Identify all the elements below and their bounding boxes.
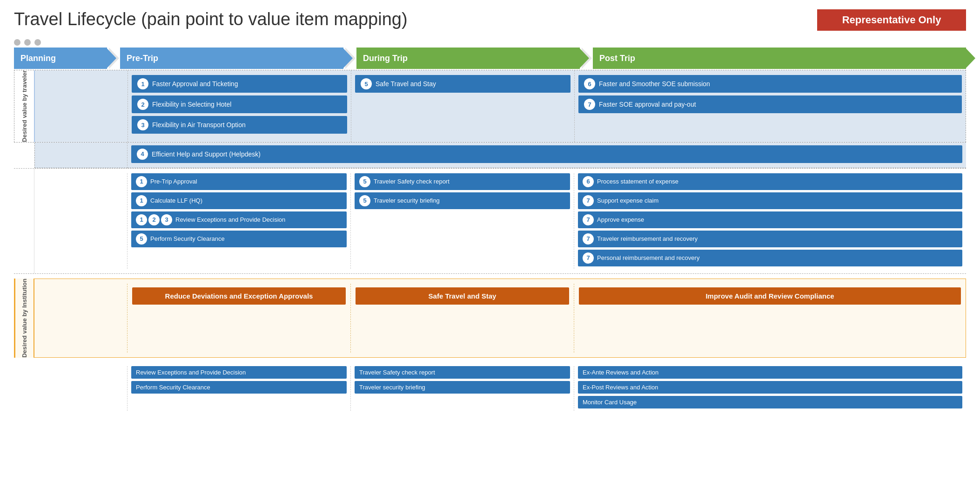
mid-planning-col [34,173,128,269]
traveler-item-1: 1 Faster Approval and Ticketing [132,75,347,93]
inst-planning-col [34,284,128,353]
traveler-label: Desired value by traveler [21,70,28,142]
page-header: Travel Lifecycle (pain point to value it… [14,9,966,31]
bot-during-col: Traveler Safety check report Traveler se… [351,366,574,411]
traveler-label-area: Desired value by traveler [14,70,35,142]
traveler-item-6: 6 Faster and Smoother SOE submission [578,75,962,93]
inst-pretrip-col: Reduce Deviations and Exception Approval… [128,284,351,353]
inst-during-bar: Safe Travel and Stay [356,287,569,305]
bottom-section: Review Exceptions and Provide Decision P… [14,361,966,411]
bot-post-col: Ex-Ante Reviews and Action Ex-Post Revie… [574,366,966,411]
window-dots [14,39,966,46]
mid-during-col: 5 Traveler Safety check report 5 Travele… [351,173,574,269]
traveler-item-3: 3 Flexibility in Air Transport Option [132,116,347,134]
traveler-span-row: 4 Efficient Help and Support (Helpdesk) [34,143,966,168]
bot-pretrip-1: Review Exceptions and Provide Decision [131,366,347,379]
traveler-planning-col [35,70,128,142]
institution-grid: Reduce Deviations and Exception Approval… [34,279,966,358]
inst-post-bar: Improve Audit and Review Compliance [579,287,961,305]
dot-3 [34,39,41,46]
bot-during-2: Traveler security briefing [355,381,570,394]
phase-pretrip: Pre-Trip [120,48,343,69]
bottom-spacer [14,361,34,411]
middle-section: 1 Pre-Trip Approval 1 Calculate LLF (HQ)… [14,168,966,274]
phase-post: Post Trip [593,48,966,69]
bot-pretrip-2: Perform Security Clearance [131,381,347,394]
bot-post-2: Ex-Post Reviews and Action [578,381,962,394]
bot-post-3: Monitor Card Usage [578,396,962,408]
middle-spacer [14,169,34,273]
phase-bar: Planning Pre-Trip During Trip Post Trip [14,48,966,69]
process-during-2: 5 Traveler security briefing [355,192,570,209]
process-post-1: 6 Process statement of expense [578,173,962,190]
institution-label: Desired value by Institution [21,279,28,358]
process-during-1: 5 Traveler Safety check report [355,173,570,190]
middle-grid: 1 Pre-Trip Approval 1 Calculate LLF (HQ)… [34,169,966,273]
bottom-grid: Review Exceptions and Provide Decision P… [34,366,966,411]
traveler-item-7: 7 Faster SOE approval and pay-out [578,95,962,113]
institution-label-area: Desired value by Institution [14,279,34,358]
bot-during-1: Traveler Safety check report [355,366,570,379]
process-pretrip-2: 1 Calculate LLF (HQ) [131,192,347,209]
bot-post-1: Ex-Ante Reviews and Action [578,366,962,379]
traveler-post-col: 6 Faster and Smoother SOE submission 7 F… [575,70,966,142]
traveler-section: Desired value by traveler 1 Faster Appro… [14,70,966,143]
dot-1 [14,39,20,46]
page-title: Travel Lifecycle (pain point to value it… [14,9,408,29]
institution-section: Desired value by Institution Reduce Devi… [14,279,966,358]
process-pretrip-4: 5 Perform Security Clearance [131,231,347,247]
traveler-item-5: 5 Safe Travel and Stay [355,75,571,93]
dot-2 [24,39,31,46]
process-post-5: 7 Personal reimbursement and recovery [578,250,962,266]
bot-pretrip-col: Review Exceptions and Provide Decision P… [128,366,351,411]
traveler-pretrip-col: 1 Faster Approval and Ticketing 2 Flexib… [128,70,351,142]
process-pretrip-1: 1 Pre-Trip Approval [131,173,347,190]
traveler-during-col: 5 Safe Travel and Stay [351,70,575,142]
traveler-item-4: 4 Efficient Help and Support (Helpdesk) [131,145,962,163]
process-post-4: 7 Traveler reimbursement and recovery [578,231,962,247]
representative-badge: Representative Only [817,9,966,31]
inst-pretrip-bar: Reduce Deviations and Exception Approval… [132,287,346,305]
process-post-2: 7 Support expense claim [578,192,962,209]
inst-during-col: Safe Travel and Stay [351,284,574,353]
phase-during: During Trip [356,48,580,69]
mid-post-col: 6 Process statement of expense 7 Support… [574,173,966,269]
phase-planning: Planning [14,48,107,69]
mid-pretrip-col: 1 Pre-Trip Approval 1 Calculate LLF (HQ)… [128,173,351,269]
process-pretrip-3: 1 2 3 Review Exceptions and Provide Deci… [131,211,347,228]
process-post-3: 7 Approve expense [578,211,962,228]
bot-planning-col [34,366,128,411]
traveler-item-2: 2 Flexibility in Selecting Hotel [132,95,347,113]
inst-post-col: Improve Audit and Review Compliance [574,284,966,353]
